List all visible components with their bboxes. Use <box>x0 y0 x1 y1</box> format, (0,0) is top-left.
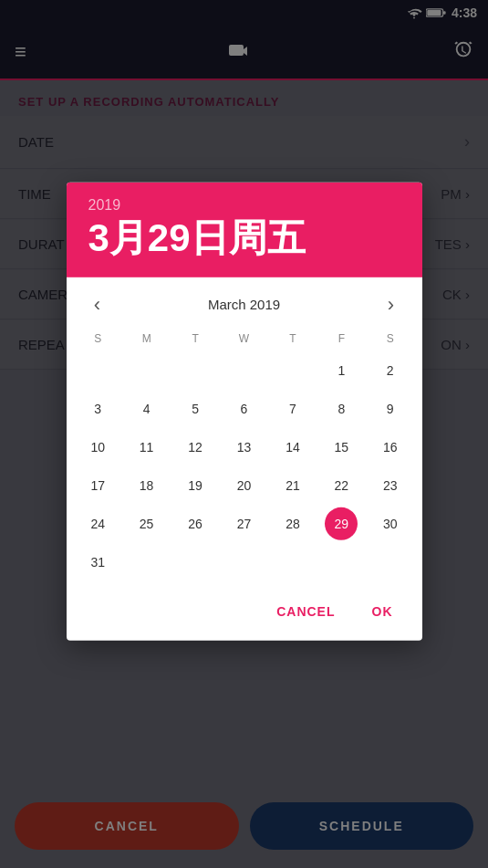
day-empty <box>227 353 260 386</box>
day-empty <box>179 545 212 578</box>
day-18[interactable]: 18 <box>130 468 163 501</box>
day-7[interactable]: 7 <box>276 392 309 424</box>
dow-wed: W <box>220 328 268 348</box>
dow-mon: M <box>122 328 171 348</box>
day-19[interactable]: 19 <box>179 468 212 501</box>
day-25[interactable]: 25 <box>130 507 163 539</box>
dialog-actions: CANCEL OK <box>67 589 422 640</box>
calendar-container: ‹ March 2019 › S M T W T F S 1 <box>67 277 422 589</box>
day-empty <box>130 353 163 386</box>
day-8[interactable]: 8 <box>325 392 358 424</box>
day-4[interactable]: 4 <box>130 392 163 424</box>
prev-month-button[interactable]: ‹ <box>81 288 114 320</box>
day-28[interactable]: 28 <box>276 507 309 539</box>
dialog-cancel-button[interactable]: CANCEL <box>262 596 349 625</box>
day-empty <box>276 353 309 386</box>
dow-sun: S <box>74 328 122 348</box>
day-13[interactable]: 13 <box>227 430 260 463</box>
calendar-month-label: March 2019 <box>208 297 280 312</box>
days-of-week-row: S M T W T F S <box>74 328 415 348</box>
day-2[interactable]: 2 <box>374 353 407 386</box>
week-1: 1 2 <box>74 351 415 388</box>
day-14[interactable]: 14 <box>276 430 309 463</box>
day-1[interactable]: 1 <box>325 353 358 386</box>
calendar-nav: ‹ March 2019 › <box>74 277 415 328</box>
day-11[interactable]: 11 <box>130 430 163 463</box>
day-3[interactable]: 3 <box>81 392 114 424</box>
day-6[interactable]: 6 <box>227 392 260 424</box>
day-empty <box>227 545 260 578</box>
day-empty <box>374 545 407 578</box>
day-31[interactable]: 31 <box>81 545 114 578</box>
next-month-button[interactable]: › <box>375 288 408 320</box>
day-empty <box>325 545 358 578</box>
dialog-ok-button[interactable]: OK <box>358 596 408 625</box>
dow-tue: T <box>171 328 219 348</box>
day-12[interactable]: 12 <box>179 430 212 463</box>
dow-sat: S <box>366 328 414 348</box>
calendar-dialog: 2019 3月29日周五 ‹ March 2019 › S M T W T F … <box>67 182 422 640</box>
calendar-grid: S M T W T F S 1 2 3 4 5 <box>74 328 415 580</box>
day-23[interactable]: 23 <box>374 468 407 501</box>
day-empty <box>276 545 309 578</box>
day-5[interactable]: 5 <box>179 392 212 424</box>
day-15[interactable]: 15 <box>325 430 358 463</box>
dialog-year: 2019 <box>88 196 400 213</box>
dialog-date-display: 3月29日周五 <box>88 216 400 258</box>
week-4: 17 18 19 20 21 22 23 <box>74 466 415 503</box>
day-24[interactable]: 24 <box>81 507 114 539</box>
day-27[interactable]: 27 <box>227 507 260 539</box>
day-9[interactable]: 9 <box>374 392 407 424</box>
day-10[interactable]: 10 <box>81 430 114 463</box>
week-6: 31 <box>74 543 415 580</box>
dow-thu: T <box>268 328 317 348</box>
day-empty <box>130 545 163 578</box>
day-26[interactable]: 26 <box>179 507 212 539</box>
day-16[interactable]: 16 <box>374 430 407 463</box>
week-5: 24 25 26 27 28 29 30 <box>74 505 415 541</box>
week-3: 10 11 12 13 14 15 16 <box>74 428 415 465</box>
dialog-header: 2019 3月29日周五 <box>67 182 422 277</box>
week-2: 3 4 5 6 7 8 9 <box>74 390 415 426</box>
day-22[interactable]: 22 <box>325 468 358 501</box>
day-empty <box>179 353 212 386</box>
day-20[interactable]: 20 <box>227 468 260 501</box>
dow-fri: F <box>317 328 366 348</box>
day-21[interactable]: 21 <box>276 468 309 501</box>
day-29-selected[interactable]: 29 <box>325 507 358 539</box>
day-empty <box>81 353 114 386</box>
day-17[interactable]: 17 <box>81 468 114 501</box>
day-30[interactable]: 30 <box>374 507 407 539</box>
